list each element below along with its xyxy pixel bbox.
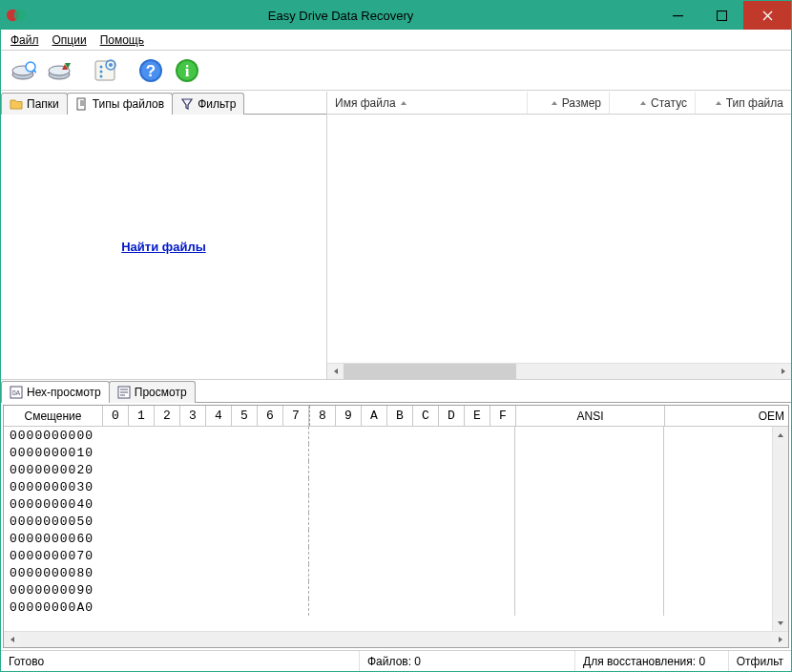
svg-rect-2 bbox=[673, 15, 683, 16]
hex-bytes bbox=[309, 495, 515, 513]
scan-drive-button[interactable] bbox=[7, 54, 39, 87]
hex-offset: 0000000010 bbox=[4, 444, 103, 461]
settings-button[interactable] bbox=[89, 54, 121, 87]
tab-filter[interactable]: Фильтр bbox=[172, 93, 244, 115]
scroll-right-icon[interactable] bbox=[772, 632, 788, 647]
column-status[interactable]: Статус bbox=[610, 92, 696, 114]
hex-bytes bbox=[103, 598, 309, 616]
title-bar[interactable]: Easy Drive Data Recovery bbox=[1, 1, 791, 30]
hex-col-offset[interactable]: Смещение bbox=[4, 406, 103, 426]
close-button[interactable] bbox=[743, 1, 791, 30]
hex-oem bbox=[664, 444, 772, 461]
hex-col-byte[interactable]: D bbox=[439, 406, 465, 426]
hex-offset: 00000000A0 bbox=[4, 598, 103, 616]
hex-col-byte[interactable]: F bbox=[490, 406, 516, 426]
app-icon bbox=[7, 6, 26, 25]
file-list-body[interactable] bbox=[327, 115, 791, 363]
hex-oem bbox=[664, 564, 772, 581]
column-name[interactable]: Имя файла bbox=[327, 92, 528, 114]
sort-asc-icon bbox=[551, 99, 558, 107]
hex-col-byte[interactable]: 2 bbox=[155, 406, 180, 426]
column-type[interactable]: Тип файла bbox=[696, 92, 791, 114]
tab-filter-label: Фильтр bbox=[198, 97, 236, 111]
hex-col-byte[interactable]: 8 bbox=[310, 406, 336, 426]
hex-bytes bbox=[309, 444, 515, 461]
scroll-left-icon[interactable] bbox=[327, 364, 344, 379]
hex-ansi bbox=[515, 530, 664, 547]
tab-preview[interactable]: Просмотр bbox=[109, 381, 196, 403]
left-tabs: Папки Типы файлов Фильтр bbox=[1, 92, 326, 115]
hex-body[interactable]: 0000000000000000001000000000200000000030… bbox=[4, 427, 772, 631]
hex-col-byte[interactable]: B bbox=[387, 406, 413, 426]
scroll-track[interactable] bbox=[773, 443, 788, 615]
hex-ansi bbox=[515, 495, 664, 513]
hex-offset: 0000000070 bbox=[4, 547, 103, 564]
hex-oem bbox=[664, 427, 772, 444]
svg-text:i: i bbox=[185, 62, 190, 80]
minimize-button[interactable] bbox=[656, 1, 699, 30]
hex-offset: 0000000030 bbox=[4, 478, 103, 495]
find-files-link[interactable]: Найти файлы bbox=[121, 240, 206, 254]
hex-bytes bbox=[103, 581, 309, 598]
menu-options[interactable]: Опции bbox=[47, 32, 93, 49]
hex-vscroll[interactable] bbox=[772, 427, 788, 631]
tab-file-types-label: Типы файлов bbox=[93, 97, 164, 111]
maximize-button[interactable] bbox=[699, 1, 743, 30]
hex-col-byte[interactable]: 0 bbox=[103, 406, 129, 426]
hex-col-byte[interactable]: 6 bbox=[258, 406, 283, 426]
filetype-icon bbox=[75, 97, 89, 111]
tab-file-types[interactable]: Типы файлов bbox=[67, 93, 173, 115]
hex-bytes bbox=[309, 547, 515, 564]
left-pane: Папки Типы файлов Фильтр Найти файлы bbox=[1, 92, 327, 379]
info-button[interactable]: i bbox=[171, 54, 203, 87]
menu-bar: Файл Опции Помощь bbox=[1, 30, 791, 51]
hex-col-byte[interactable]: 1 bbox=[129, 406, 155, 426]
tab-folders[interactable]: Папки bbox=[1, 93, 68, 115]
svg-point-12 bbox=[100, 74, 103, 77]
help-button[interactable]: ? bbox=[135, 54, 167, 87]
hex-offset: 0000000080 bbox=[4, 564, 103, 581]
scroll-track[interactable] bbox=[20, 632, 772, 647]
scroll-left-icon[interactable] bbox=[4, 632, 20, 647]
tab-hex-view[interactable]: 0A Нех-просмотр bbox=[1, 381, 110, 403]
hex-col-ansi[interactable]: ANSI bbox=[516, 406, 665, 426]
scroll-down-icon[interactable] bbox=[773, 615, 788, 631]
hex-col-byte[interactable]: 5 bbox=[232, 406, 258, 426]
hex-bytes bbox=[103, 427, 309, 444]
hex-ansi bbox=[515, 461, 664, 478]
hex-bytes bbox=[103, 444, 309, 461]
recover-button[interactable] bbox=[43, 54, 75, 87]
hex-col-byte[interactable]: 9 bbox=[336, 406, 362, 426]
sort-asc-icon bbox=[400, 99, 407, 107]
status-restore: Для восстановления: 0 bbox=[575, 651, 729, 671]
hex-col-byte[interactable]: E bbox=[465, 406, 490, 426]
hex-ansi bbox=[515, 444, 664, 461]
hex-offset: 0000000020 bbox=[4, 461, 103, 478]
file-list-hscroll[interactable] bbox=[327, 363, 791, 379]
left-body: Найти файлы bbox=[1, 115, 326, 379]
hex-row: 00000000A0 bbox=[4, 598, 772, 616]
scroll-track[interactable] bbox=[344, 364, 775, 379]
scroll-thumb[interactable] bbox=[344, 364, 516, 379]
hex-col-byte[interactable]: C bbox=[413, 406, 439, 426]
hex-col-byte[interactable]: 7 bbox=[283, 406, 309, 426]
status-bar: Готово Файлов: 0 Для восстановления: 0 О… bbox=[1, 650, 791, 671]
hex-oem bbox=[664, 478, 772, 495]
menu-file[interactable]: Файл bbox=[5, 32, 45, 49]
hex-col-oem[interactable]: OEM bbox=[665, 406, 788, 426]
hex-hscroll[interactable] bbox=[4, 631, 788, 647]
scroll-right-icon[interactable] bbox=[775, 364, 791, 379]
hex-icon: 0A bbox=[10, 386, 23, 399]
hex-col-byte[interactable]: A bbox=[362, 406, 387, 426]
hex-ansi bbox=[515, 547, 664, 564]
hex-bytes bbox=[309, 478, 515, 495]
hex-col-byte[interactable]: 3 bbox=[180, 406, 206, 426]
hex-oem bbox=[664, 598, 772, 616]
menu-help[interactable]: Помощь bbox=[94, 32, 150, 49]
scroll-up-icon[interactable] bbox=[773, 427, 788, 443]
hex-row: 0000000050 bbox=[4, 513, 772, 530]
hex-col-byte[interactable]: 4 bbox=[206, 406, 232, 426]
status-files: Файлов: 0 bbox=[360, 651, 575, 671]
column-size[interactable]: Размер bbox=[528, 92, 610, 114]
hex-row: 0000000030 bbox=[4, 478, 772, 495]
